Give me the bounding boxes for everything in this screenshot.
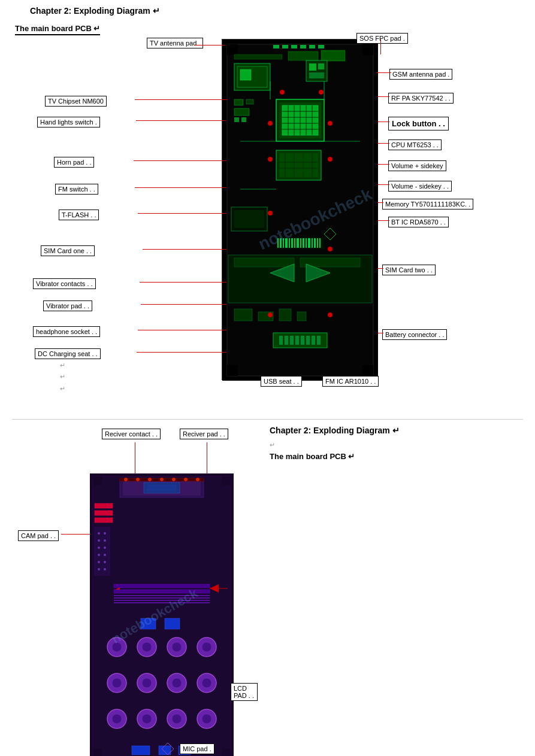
svg-point-112 [124, 478, 128, 481]
label-memory: Memory TY5701111183KC. . [382, 199, 473, 210]
svg-point-129 [98, 554, 100, 556]
label-fm-ic: FM IC AR1010 . . [322, 376, 379, 387]
line-lcd-pad [234, 687, 234, 687]
svg-rect-36 [234, 99, 243, 105]
newline-3: ↵ [60, 383, 65, 395]
newline-1: ↵ [60, 360, 65, 372]
svg-rect-120 [95, 511, 113, 515]
line-vol-minus [377, 184, 389, 185]
svg-point-123 [98, 532, 100, 535]
section1: Chapter 2: Exploding Diagram ↵ The main … [12, 6, 523, 413]
line-hand-lights [136, 120, 226, 121]
newline-2: ↵ [60, 371, 65, 383]
svg-rect-50 [279, 309, 291, 321]
svg-rect-3 [362, 44, 373, 55]
svg-point-130 [104, 554, 106, 556]
svg-rect-60 [317, 336, 321, 345]
label-bt-ic: BT IC RDA5870 . . [388, 217, 449, 227]
svg-rect-85 [300, 238, 301, 248]
label-usb-seat: USB seat . . [261, 376, 302, 387]
line-sim-two [377, 268, 383, 269]
svg-rect-95 [282, 45, 288, 48]
line-vol-plus [377, 164, 389, 165]
svg-rect-42 [234, 210, 264, 228]
label-dc-charging: DC Charging seat . . [35, 348, 101, 359]
svg-rect-91 [317, 238, 318, 248]
svg-rect-2 [227, 44, 238, 55]
svg-point-154 [112, 678, 122, 688]
svg-rect-90 [314, 238, 316, 248]
svg-point-150 [172, 642, 182, 652]
svg-rect-99 [318, 45, 324, 48]
svg-point-69 [328, 121, 333, 126]
svg-point-124 [104, 532, 106, 535]
svg-point-148 [142, 642, 152, 652]
section2-right: Chapter 2: Exploding Diagram ↵ ↵ The mai… [270, 426, 521, 467]
svg-rect-8 [321, 50, 345, 61]
label-vibrator-contacts: Vibrator contacts . . [33, 278, 96, 289]
svg-point-75 [328, 312, 333, 317]
page: Chapter 2: Exploding Diagram ↵ The main … [0, 0, 535, 756]
svg-rect-110 [147, 484, 177, 491]
svg-point-164 [142, 714, 152, 724]
svg-rect-83 [294, 238, 295, 248]
label-mic-pad: MIC pad . [180, 743, 214, 754]
label-tv-antenna: TV antenna pad . [147, 38, 203, 48]
svg-rect-106 [222, 749, 231, 756]
line-battery-connector [377, 333, 383, 333]
svg-point-132 [104, 561, 106, 563]
line-dc-charging [137, 352, 226, 353]
line-memory [377, 202, 383, 203]
svg-rect-56 [295, 336, 299, 345]
svg-rect-51 [297, 312, 306, 321]
svg-point-131 [98, 561, 100, 563]
svg-point-166 [172, 714, 182, 724]
line-fm-switch [135, 187, 226, 188]
label-lcd-pad: LCD PAD . . [231, 683, 258, 701]
line-lock-button [377, 122, 389, 122]
svg-rect-137 [114, 584, 210, 588]
label-vol-plus: Volume + sidekey [388, 160, 446, 171]
label-t-flash: T-FLASH . . [59, 210, 99, 220]
svg-rect-122 [95, 527, 110, 575]
svg-rect-98 [309, 45, 315, 48]
svg-point-125 [98, 539, 100, 542]
newline-s2: ↵ [270, 441, 521, 449]
label-receiver-pad: Reciver pad . . [180, 429, 228, 439]
board-title-2: The main board PCB ↵ [270, 452, 521, 461]
svg-rect-88 [308, 238, 310, 248]
line-tv-antenna [195, 45, 225, 45]
svg-point-113 [136, 478, 140, 481]
svg-rect-171 [132, 746, 150, 755]
newlines-area: ↵ ↵ ↵ [60, 360, 65, 395]
svg-point-71 [328, 157, 333, 162]
line-rf-pa [377, 96, 389, 97]
pcb2-board: notebookcheck [90, 473, 234, 756]
svg-point-72 [268, 211, 273, 215]
line-receiver-contact [135, 442, 135, 475]
svg-rect-38 [234, 108, 249, 116]
svg-point-74 [268, 312, 273, 317]
svg-rect-89 [312, 238, 313, 248]
svg-rect-4 [227, 365, 238, 376]
line-vibrator-pad [141, 304, 226, 305]
line-bt-ic [377, 220, 389, 221]
svg-point-128 [104, 546, 106, 549]
svg-point-116 [172, 478, 176, 481]
line-cpu [377, 143, 389, 144]
svg-rect-6 [234, 54, 282, 59]
label-vol-minus: Volume - sidekey . . [388, 181, 452, 192]
label-sos-fpc: SOS FPC pad . [356, 33, 408, 44]
svg-point-126 [104, 539, 106, 542]
svg-rect-96 [291, 45, 297, 48]
line-headphone [138, 330, 226, 330]
svg-rect-11 [240, 69, 251, 80]
chapter-title-2: Chapter 2: Exploding Diagram ↵ [270, 426, 521, 435]
svg-point-118 [196, 478, 200, 481]
svg-rect-103 [93, 476, 102, 485]
svg-rect-59 [312, 336, 315, 345]
svg-point-73 [328, 247, 333, 251]
svg-point-134 [104, 568, 106, 570]
label-tv-chipset: TV Chipset NM600 [45, 96, 107, 107]
svg-point-67 [319, 90, 324, 95]
